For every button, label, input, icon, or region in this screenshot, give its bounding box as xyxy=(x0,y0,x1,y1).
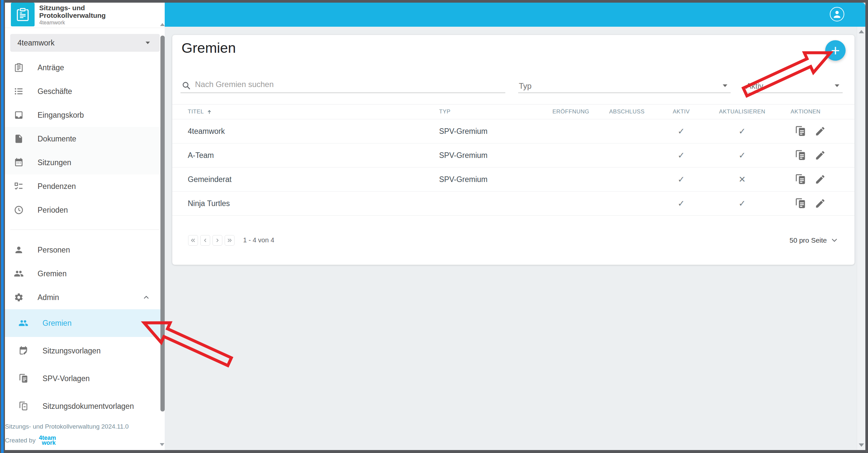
aktualisieren-x-icon: ✕ xyxy=(706,174,778,184)
sidebar-item-label: Eingangskorb xyxy=(37,111,84,120)
sidebar-item-personen[interactable]: Personen xyxy=(5,238,165,262)
sidebar-item-antraege[interactable]: Anträge xyxy=(5,56,165,80)
column-header-typ[interactable]: TYP xyxy=(439,109,545,115)
scroll-down-icon[interactable] xyxy=(160,443,164,446)
sidebar-item-label: Anträge xyxy=(37,63,64,72)
scrollbar-thumb[interactable] xyxy=(160,36,165,412)
column-header-eroeffnung[interactable]: ERÖFFNUNG xyxy=(545,109,597,115)
sidebar-item-label: Personen xyxy=(37,246,70,255)
sidebar-item-dokumente[interactable]: Dokumente xyxy=(5,127,165,151)
cell-titel: 4teamwork xyxy=(172,127,439,136)
sidebar-item-admin-gremien[interactable]: Gremien xyxy=(5,309,165,337)
filter-typ-select[interactable]: Typ xyxy=(518,79,731,93)
sidebar-nav: Anträge Geschäfte Eingangskorb xyxy=(5,56,165,222)
left-accent-strip xyxy=(1,0,4,453)
column-header-titel[interactable]: TITEL xyxy=(172,109,439,115)
sidebar-item-label: Pendenzen xyxy=(37,182,76,191)
edit-pencil-icon[interactable] xyxy=(815,174,826,185)
edit-pencil-icon[interactable] xyxy=(815,125,826,137)
sidebar-item-geschaefte[interactable]: Geschäfte xyxy=(5,80,165,103)
sidebar-item-sitzungsvorlagen[interactable]: Sitzungsvorlagen xyxy=(5,337,165,365)
sidebar-header: Sitzungs- und Protokollverwaltung 4teamw… xyxy=(5,3,165,26)
sidebar-item-sitzungen[interactable]: Sitzungen xyxy=(5,151,165,174)
page-size-select[interactable]: 50 pro Seite xyxy=(789,236,837,244)
app-title-line1: Sitzungs- und xyxy=(39,4,106,11)
double-chevron-left-icon xyxy=(189,237,197,244)
sort-ascending-icon xyxy=(207,109,212,115)
gear-icon xyxy=(14,292,24,302)
page-size-label: 50 pro Seite xyxy=(789,236,827,244)
add-gremium-button[interactable]: + xyxy=(825,40,846,61)
protocol-document-icon[interactable] xyxy=(795,125,806,137)
table-row[interactable]: A-Team SPV-Gremium ✓ ✓ xyxy=(172,143,855,168)
table-header-row: TITEL TYP ERÖFFNUNG ABSCHLUSS AKTIV AKTU… xyxy=(172,104,855,119)
aktiv-check-icon: ✓ xyxy=(656,126,706,136)
scroll-down-icon[interactable] xyxy=(859,444,864,447)
app-version-label: Sitzungs- und Protokollverwaltung 2024.1… xyxy=(5,423,156,430)
divider xyxy=(5,28,165,28)
table-row[interactable]: Gemeinderat SPV-Gremium ✓ ✕ xyxy=(172,168,855,192)
sidebar-item-eingangskorb[interactable]: Eingangskorb xyxy=(5,103,165,127)
chevron-up-icon xyxy=(142,293,151,302)
search-input[interactable] xyxy=(195,80,492,89)
divider xyxy=(10,229,159,230)
gremien-table: TITEL TYP ERÖFFNUNG ABSCHLUSS AKTIV AKTU… xyxy=(172,104,855,216)
sidebar-item-label: Sitzungsdokumentvorlagen xyxy=(42,402,134,411)
protocol-document-icon[interactable] xyxy=(795,174,806,185)
last-page-button[interactable] xyxy=(225,235,235,246)
scroll-up-icon[interactable] xyxy=(859,30,864,33)
column-header-abschluss[interactable]: ABSCHLUSS xyxy=(597,109,656,115)
sidebar-item-sitzungsdokumentvorlagen[interactable]: Sitzungsdokumentvorlagen xyxy=(5,392,165,420)
page-title: Gremien xyxy=(182,40,236,56)
double-chevron-right-icon xyxy=(226,237,233,244)
filter-aktiv-label: Aktiv xyxy=(746,81,763,91)
list-icon xyxy=(14,86,24,96)
scroll-up-icon[interactable] xyxy=(160,23,165,26)
first-page-button[interactable] xyxy=(188,235,198,246)
calendar-edit-icon xyxy=(19,346,28,356)
sidebar-item-admin[interactable]: Admin xyxy=(5,285,165,309)
protocol-document-icon[interactable] xyxy=(795,198,806,209)
search-field[interactable] xyxy=(181,79,505,93)
column-header-aktualisieren[interactable]: AKTUALISIEREN xyxy=(706,109,778,115)
gremien-card: Gremien + Typ Aktiv TITEL xyxy=(172,35,855,265)
aktualisieren-mark-icon: ✓ xyxy=(706,150,778,160)
clipboard-icon xyxy=(14,63,24,73)
table-row[interactable]: Ninja Turtles ✓ ✓ xyxy=(172,192,855,216)
sidebar-item-gremien[interactable]: Gremien xyxy=(5,262,165,285)
app-title-line2: Protokollverwaltung xyxy=(39,11,106,19)
sidebar-item-pendenzen[interactable]: Pendenzen xyxy=(5,174,165,198)
documents-icon xyxy=(19,373,28,384)
fourteamwork-logo[interactable]: 4teamwork xyxy=(39,435,56,446)
sidebar-item-label: Perioden xyxy=(37,206,68,215)
user-avatar[interactable] xyxy=(830,7,844,22)
sidebar-item-label: Sitzungsvorlagen xyxy=(42,346,100,356)
sidebar-item-spv-vorlagen[interactable]: SPV-Vorlagen xyxy=(5,365,165,392)
tenant-select[interactable]: 4teamwork xyxy=(10,34,160,52)
filter-aktiv-select[interactable]: Aktiv xyxy=(745,79,843,93)
created-by: Created by 4teamwork xyxy=(5,435,56,446)
calendar-icon xyxy=(14,158,24,168)
main-scrollbar[interactable] xyxy=(857,27,865,450)
sidebar-item-label: Gremien xyxy=(37,270,66,278)
next-page-button[interactable] xyxy=(213,235,222,246)
sidebar-item-label: Admin xyxy=(37,293,59,302)
protocol-document-icon[interactable] xyxy=(795,150,806,161)
edit-pencil-icon[interactable] xyxy=(815,198,826,209)
sidebar-scrollbar[interactable] xyxy=(160,3,165,450)
chevron-down-icon xyxy=(831,238,837,242)
filter-typ-label: Typ xyxy=(519,81,532,91)
inbox-icon xyxy=(14,110,24,120)
column-header-aktiv[interactable]: AKTIV xyxy=(656,109,706,115)
sidebar-item-label: SPV-Vorlagen xyxy=(42,374,90,383)
cell-titel: Gemeinderat xyxy=(172,175,439,184)
previous-page-button[interactable] xyxy=(200,235,210,246)
pagination-range-label: 1 - 4 von 4 xyxy=(243,236,274,244)
chevron-right-icon xyxy=(214,237,221,244)
edit-pencil-icon[interactable] xyxy=(815,150,826,161)
column-header-aktionen: AKTIONEN xyxy=(778,109,855,115)
sidebar-item-perioden[interactable]: Perioden xyxy=(5,198,165,222)
table-row[interactable]: 4teamwork SPV-Gremium ✓ ✓ xyxy=(172,119,855,143)
pagination-bar: 1 - 4 von 4 50 pro Seite xyxy=(172,216,855,265)
chevron-left-icon xyxy=(202,237,209,244)
